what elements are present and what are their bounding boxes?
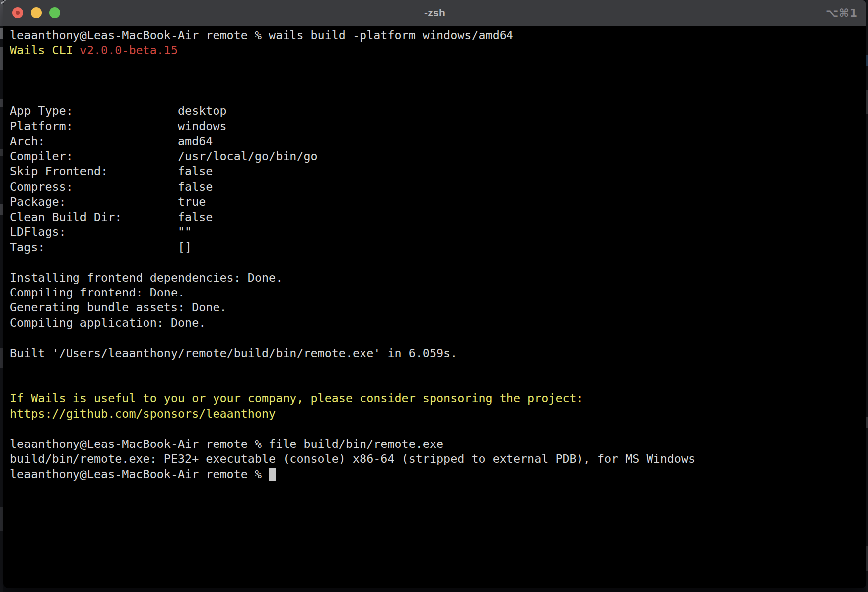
terminal-line: LDFlags: "" — [10, 224, 866, 239]
terminal-text: Platform: windows — [10, 119, 227, 133]
terminal-text: leaanthony@Leas-MacBook-Air remote % fil… — [10, 437, 443, 451]
terminal-text: Compiler: /usr/local/go/bin/go — [10, 149, 318, 163]
terminal-line: Compiling application: Done. — [10, 315, 866, 330]
terminal-text: Compiling application: Done. — [10, 316, 206, 330]
cursor — [269, 468, 276, 481]
terminal-line: leaanthony@Leas-MacBook-Air remote % fil… — [10, 437, 866, 451]
terminal-line: https://github.com/sponsors/leaanthony — [10, 406, 866, 421]
desktop-background: -zsh ⌥⌘1 leaanthony@Leas-MacBook-Air rem… — [0, 0, 868, 592]
terminal-line: App Type: desktop — [10, 103, 866, 118]
terminal-line — [10, 376, 866, 391]
terminal-line: Compiler: /usr/local/go/bin/go — [10, 149, 866, 164]
terminal-text: Arch: amd64 — [10, 134, 213, 148]
window-title: -zsh — [3, 0, 866, 26]
terminal-line: Tags: [] — [10, 240, 866, 255]
background-window-fragment — [866, 417, 868, 428]
background-window-sliver-left — [0, 0, 3, 592]
terminal-line: Installing frontend dependencies: Done. — [10, 270, 866, 285]
terminal-text: v2.0.0-beta.15 — [80, 43, 178, 57]
background-window-fragment — [0, 149, 3, 156]
terminal-line: Generating bundle assets: Done. — [10, 300, 866, 315]
terminal-line: Arch: amd64 — [10, 134, 866, 148]
terminal-line: Clean Build Dir: false — [10, 210, 866, 224]
terminal-line — [10, 421, 866, 436]
background-window-fragment — [866, 55, 868, 66]
background-window-fragment — [0, 99, 3, 107]
terminal-output[interactable]: leaanthony@Leas-MacBook-Air remote % wai… — [3, 26, 866, 482]
terminal-line: leaanthony@Leas-MacBook-Air remote % wai… — [10, 28, 866, 43]
terminal-line — [10, 330, 866, 345]
background-window-fragment — [0, 47, 3, 70]
terminal-line — [10, 255, 866, 270]
window-shortcut-badge: ⌥⌘1 — [826, 0, 858, 26]
terminal-line — [10, 88, 866, 103]
terminal-line — [10, 58, 866, 73]
background-window-fragment — [0, 507, 3, 531]
terminal-line: Built '/Users/leaanthony/remote/build/bi… — [10, 346, 866, 361]
terminal-text: Package: true — [10, 195, 206, 209]
background-window-fragment — [866, 546, 868, 571]
terminal-line: Skip Frontend: false — [10, 164, 866, 179]
terminal-text: Compiling frontend: Done. — [10, 286, 185, 299]
terminal-text: Wails CLI — [10, 43, 80, 57]
terminal-text: Clean Build Dir: false — [10, 210, 213, 224]
terminal-text: Built '/Users/leaanthony/remote/build/bi… — [10, 346, 457, 360]
terminal-line: Wails CLI v2.0.0-beta.15 — [10, 43, 866, 58]
titlebar[interactable]: -zsh ⌥⌘1 — [3, 0, 866, 26]
terminal-text: Installing frontend dependencies: Done. — [10, 271, 283, 285]
background-window-fragment — [0, 204, 3, 215]
sponsor-link[interactable]: https://github.com/sponsors/leaanthony — [10, 407, 276, 421]
terminal-line: Platform: windows — [10, 119, 866, 134]
terminal-text: Generating bundle assets: Done. — [10, 300, 227, 314]
terminal-text: Skip Frontend: false — [10, 164, 213, 178]
terminal-line — [10, 73, 866, 88]
background-window-fragment — [866, 90, 868, 114]
terminal-text: leaanthony@Leas-MacBook-Air remote % wai… — [10, 28, 513, 42]
terminal-line: leaanthony@Leas-MacBook-Air remote % — [10, 467, 866, 482]
terminal-line: build/bin/remote.exe: PE32+ executable (… — [10, 451, 866, 466]
terminal-text: App Type: desktop — [10, 104, 227, 118]
terminal-line: If Wails is useful to you or your compan… — [10, 391, 866, 406]
terminal-line: Package: true — [10, 194, 866, 209]
terminal-line: Compiling frontend: Done. — [10, 285, 866, 300]
terminal-window: -zsh ⌥⌘1 leaanthony@Leas-MacBook-Air rem… — [3, 0, 866, 588]
terminal-text: Compress: false — [10, 180, 213, 194]
terminal-text: LDFlags: "" — [10, 225, 192, 239]
terminal-text: If Wails is useful to you or your compan… — [10, 391, 583, 405]
terminal-line: Compress: false — [10, 179, 866, 194]
background-window-fragment — [0, 348, 3, 368]
terminal-text: leaanthony@Leas-MacBook-Air remote % — [10, 467, 269, 481]
terminal-text: build/bin/remote.exe: PE32+ executable (… — [10, 452, 695, 466]
terminal-text: Tags: [] — [10, 240, 192, 254]
terminal-line — [10, 361, 866, 375]
background-window-sliver-right — [866, 0, 868, 592]
background-window-fragment — [0, 28, 3, 39]
